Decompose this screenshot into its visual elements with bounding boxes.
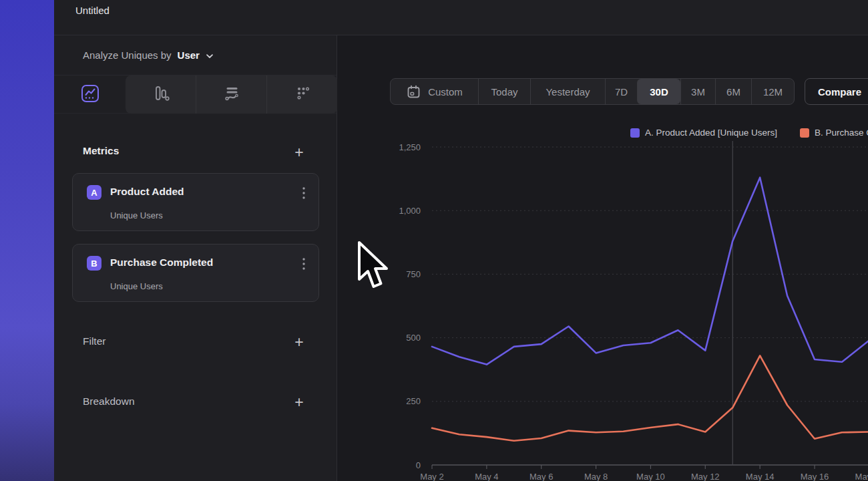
metrics-title: Metrics <box>83 145 119 157</box>
svg-text:750: 750 <box>406 269 421 279</box>
metric-card-a[interactable]: A Product Added Unique Users <box>72 173 319 231</box>
svg-text:May 8: May 8 <box>584 472 608 481</box>
svg-text:May 16: May 16 <box>801 472 829 481</box>
retention-grid-icon <box>292 84 312 106</box>
svg-text:May 4: May 4 <box>475 472 498 481</box>
add-metric-button[interactable]: + <box>290 144 308 161</box>
top-bar: Untitled <box>54 0 868 35</box>
report-title[interactable]: Untitled <box>75 5 110 16</box>
metrics-section-header: Metrics + <box>54 142 337 162</box>
svg-text:0: 0 <box>416 460 421 470</box>
metric-badge-a: A <box>87 185 101 200</box>
svg-text:May 18: May 18 <box>855 472 868 481</box>
metric-measure[interactable]: Unique Users <box>110 281 163 291</box>
line-chart-icon <box>80 84 100 106</box>
svg-text:500: 500 <box>406 333 421 343</box>
flows-icon <box>222 84 242 106</box>
breakdown-section: Breakdown + <box>54 392 337 412</box>
left-accent-strip <box>0 0 54 481</box>
app-window: Untitled Analyze Uniques by User <box>0 0 868 481</box>
bar-chart-icon <box>151 84 171 106</box>
tab-insights-line[interactable] <box>54 75 126 114</box>
tab-flows[interactable] <box>196 75 266 114</box>
tab-group <box>126 75 337 114</box>
svg-text:1,250: 1,250 <box>399 142 421 152</box>
analyze-by-label: Analyze Uniques by <box>83 49 172 61</box>
svg-text:May 10: May 10 <box>636 472 665 481</box>
kebab-menu-icon[interactable] <box>297 186 310 200</box>
tab-retention[interactable] <box>266 75 337 114</box>
add-breakdown-button[interactable]: + <box>290 393 308 411</box>
analyze-by-row: Analyze Uniques by User <box>54 35 337 75</box>
svg-text:1,000: 1,000 <box>399 206 421 216</box>
query-sidebar: Analyze Uniques by User <box>54 35 337 481</box>
filter-section: Filter + <box>54 332 337 352</box>
metric-card-b[interactable]: B Purchase Completed Unique Users <box>72 244 319 302</box>
breakdown-title: Breakdown <box>83 395 135 408</box>
analyze-by-value[interactable]: User <box>178 49 200 61</box>
chart-panel: CustomTodayYesterday7D30D3M6M12M Compare… <box>337 35 868 481</box>
metric-measure[interactable]: Unique Users <box>110 210 163 220</box>
svg-text:May 12: May 12 <box>691 472 720 481</box>
metric-badge-b: B <box>87 256 101 271</box>
filter-title: Filter <box>83 335 105 347</box>
chevron-down-icon[interactable] <box>206 49 214 61</box>
metric-name: Purchase Completed <box>110 257 213 269</box>
chart-type-tabs <box>54 75 337 114</box>
tab-bar-chart[interactable] <box>126 75 196 114</box>
metric-name: Product Added <box>110 186 184 198</box>
svg-text:May 14: May 14 <box>746 472 775 481</box>
svg-text:May 6: May 6 <box>529 472 553 481</box>
kebab-menu-icon[interactable] <box>297 257 310 271</box>
add-filter-button[interactable]: + <box>290 333 308 351</box>
svg-text:250: 250 <box>406 396 421 406</box>
svg-text:May 2: May 2 <box>420 472 443 481</box>
line-chart[interactable]: 02505007501,0001,250May 2May 4May 6May 8… <box>337 35 868 481</box>
